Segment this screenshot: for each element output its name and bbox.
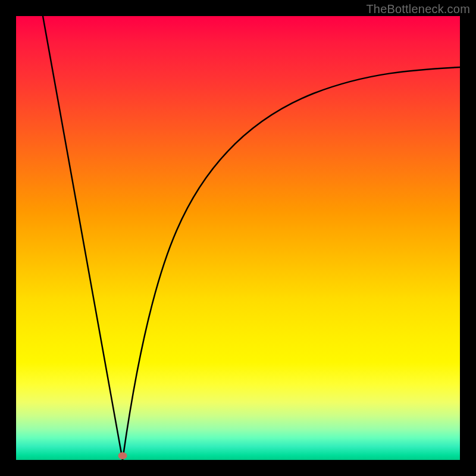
minimum-marker (118, 452, 127, 459)
chart-frame: TheBottleneck.com (0, 0, 476, 476)
watermark-text: TheBottleneck.com (366, 2, 470, 16)
curve-right-branch (123, 67, 460, 460)
curve-left-branch (43, 16, 123, 460)
bottleneck-curve (16, 16, 460, 460)
plot-area (16, 16, 460, 460)
